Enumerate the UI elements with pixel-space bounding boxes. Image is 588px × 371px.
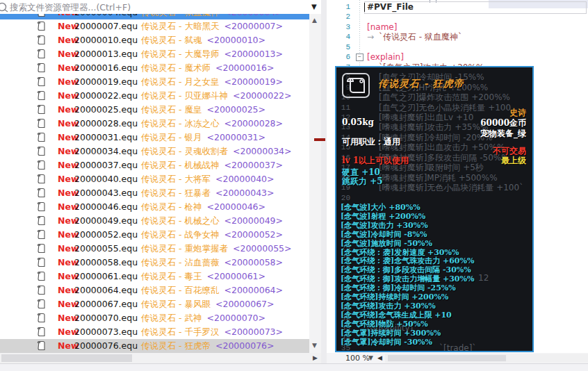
scroll-icon [36,299,45,312]
code-line: #PVF_File [367,2,414,12]
file-name: 20000007.equ [74,22,138,31]
zoom-level[interactable]: 100 % [345,354,370,363]
scrollbar-thumb[interactable] [1,354,132,362]
item-label: 传说灵石 - 狱血魔神<20000004> [141,14,283,17]
file-row[interactable]: New20000076.equ传说灵石 - 狂虎帝<20000076> [0,339,309,353]
code-line: [explain] [367,52,404,62]
item-id: <20000049> [224,215,283,226]
scroll-right-icon[interactable]: ▶ [313,354,318,361]
item-label: 传说灵石 - 机械战神<20000037> [141,160,283,170]
item-cn-name: 传说灵石 - 百花缭乱 [141,285,219,295]
scroll-icon [36,104,45,117]
file-row[interactable]: New20000004.equ传说灵石 - 狱血魔神<20000004> [0,14,309,19]
ghost-code-line: [嗜魂封魔斩]出血Lv +10 [379,113,473,122]
file-row[interactable]: New20000019.equ传说灵石 - 月之女皇<20000019> [0,75,309,89]
item-cn-name: 传说灵石 - 战争女神 [141,229,219,240]
file-name: 20000061.equ [74,272,138,281]
ghost-code-line: [血气之刃]无色小晶块消耗量 +100 [379,103,511,113]
file-name: 20000067.equ [74,299,138,309]
file-name: 20000049.equ [74,216,138,226]
line-number: 6 [327,52,350,62]
line-number: 1 [327,2,350,12]
file-name: 20000058.equ [74,258,138,267]
text-caret [364,3,365,12]
file-row[interactable]: New20000031.equ传说灵石 - 银月<20000031> [0,131,309,145]
item-tooltip: 8[血气之刃]冷却时间 -15%%9[血气之刃]HP消耗 +200%%10[血气… [335,66,534,352]
item-weight: 0.05kg [342,117,374,127]
item-label: 传说灵石 - 千手罗汉<20000073> [141,327,283,337]
scroll-left-icon[interactable]: ◀ [377,354,382,361]
item-stat-jump: 跳跃力 +5 [342,176,383,188]
chevron-down-icon[interactable]: ▼ [368,354,373,361]
file-name: 20000034.equ [74,147,138,156]
file-row[interactable]: New20000064.equ传说灵石 - 百花缭乱<20000064> [0,283,309,297]
file-row[interactable]: New20000061.equ传说灵石 - 毒王<20000061> [0,270,309,283]
item-cn-name: 传说灵石 - 魔皇 [141,104,202,115]
fold-collapse-icon[interactable]: − [356,53,364,61]
scroll-up-icon[interactable]: ▲ [312,17,317,24]
file-row[interactable]: New20000037.equ传说灵石 - 机械战神<20000037> [0,158,309,172]
item-label: 传说灵石 - 月之女皇<20000019> [141,77,283,87]
file-row[interactable]: New20000040.equ传说灵石 - 大将军<20000040> [0,172,309,186]
code-line: [name] [367,22,397,32]
scroll-icon [36,229,45,242]
list-vertical-scrollbar[interactable] [309,14,321,353]
scrollbar-thumb[interactable] [388,355,506,361]
scroll-icon [36,271,45,284]
file-row[interactable]: New20000070.equ传说灵石 - 武神<20000070> [0,311,309,325]
file-row[interactable]: New20000052.equ传说灵石 - 战争女神<20000052> [0,228,309,242]
indent-arrow-icon: → [367,32,379,42]
file-row[interactable]: New20000043.equ传说灵石 - 狂暴者<20000043> [0,186,309,200]
item-cn-name: 传说灵石 - 毒王 [141,271,202,281]
file-list[interactable]: New20000004.equ传说灵石 - 狱血魔神<20000004>New2… [0,14,309,353]
file-row[interactable]: New20000028.equ传说灵石 - 冰冻之心<20000028> [0,117,309,131]
scroll-icon [36,132,45,145]
ghost-code-line: [血气之刃]爆炸攻击范围 +200%% [379,92,510,102]
file-row[interactable]: New20000049.equ传说灵石 - 机械之心<20000049> [0,214,309,228]
ghost-code-line: [嗜魂封魔斩]MP消耗 +500%% [379,173,498,183]
file-row[interactable]: New20000034.equ传说灵石 - 灵魂收割者<20000034> [0,145,309,158]
item-id: <20000064> [224,285,283,295]
scroll-icon [342,73,370,98]
scroll-icon [36,340,45,353]
scroll-icon [36,243,45,256]
file-name: 20000037.equ [74,160,138,170]
file-name: 20000040.equ [74,174,138,184]
file-row[interactable]: New20000022.equ传说灵石 - 贝亚娜斗神<20000022> [0,89,309,103]
file-row[interactable]: New20000013.equ传说灵石 - 大魔导师<20000013> [0,47,309,61]
file-row[interactable]: New20000067.equ传说灵石 - 暴风眼<20000067> [0,297,309,311]
item-id: <20000073> [224,327,283,337]
item-cn-name: 传说灵石 - 大将军 [141,174,211,184]
file-row[interactable]: New20000073.equ传说灵石 - 千手罗汉<20000073> [0,325,309,339]
file-row[interactable]: New20000010.equ传说灵石 - 弑魂<20000010> [0,33,309,47]
scroll-icon [36,146,45,159]
scroll-icon [36,76,45,90]
search-bar[interactable]: 搜索文件资源管理器...(Ctrl+F) [0,0,321,14]
item-id: <20000010> [206,35,266,45]
file-name: 20000064.equ [74,286,138,295]
item-label: 传说灵石 - 弑魂<20000010> [141,35,266,45]
file-row[interactable]: New20000046.equ传说灵石 - 枪神<20000046> [0,200,309,214]
file-row[interactable]: New20000025.equ传说灵石 - 魔皇<20000025> [0,103,309,117]
chevron-down-icon[interactable]: ▼ [311,3,317,10]
scroll-icon [36,49,45,62]
item-id: <20000004> [224,14,283,17]
file-name: 20000016.equ [74,63,138,73]
scroll-icon [36,201,45,215]
item-cn-name: 传说灵石 - 魔术师 [141,63,211,73]
panel-splitter[interactable] [321,0,327,371]
search-input[interactable]: 搜索文件资源管理器...(Ctrl+F) [10,2,131,14]
file-row[interactable]: New20000058.equ传说灵石 - 沾血蔷薇<20000058> [0,256,309,270]
ghost-line-number: 11 [335,103,350,113]
effect-line: [念气罩]冷却时间 -30%% [341,337,432,347]
item-label: 传说灵石 - 战争女神<20000052> [141,230,283,240]
file-row[interactable]: New20000007.equ传说灵石 - 大暗黑天<20000007> [0,19,309,33]
item-id: <20000007> [224,21,283,31]
ghost-code-line: `[trade]` [439,343,476,352]
search-icon [0,1,9,13]
file-row[interactable]: New20000016.equ传说灵石 - 魔术师<20000016> [0,61,309,75]
item-label: 传说灵石 - 大魔导师<20000013> [141,49,283,59]
code-editor[interactable]: 1#PVF_File23[name]4→`传说灵石 - 狱血魔神`56−[exp… [327,0,588,371]
file-row[interactable]: New20000055.equ传说灵石 - 重炮掌握者<20000055> [0,242,309,256]
scroll-down-icon[interactable]: ▼ [312,342,317,349]
